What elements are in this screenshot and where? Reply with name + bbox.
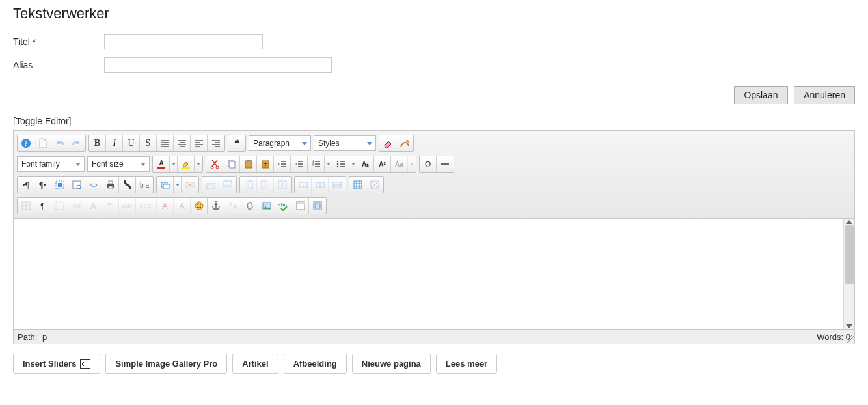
numbered-list-icon[interactable]: 123 xyxy=(308,156,325,172)
styles-select[interactable]: Styles xyxy=(314,135,376,151)
text-color-dropdown[interactable] xyxy=(170,156,178,172)
title-input[interactable] xyxy=(104,34,263,49)
spellcheck-icon[interactable]: abc xyxy=(275,198,292,214)
abbr-icon[interactable]: abbr xyxy=(119,198,136,214)
lees-meer-button[interactable]: Lees meer xyxy=(436,354,497,374)
resize-grip[interactable] xyxy=(846,335,854,343)
simple-image-gallery-button[interactable]: Simple Image Gallery Pro xyxy=(105,354,227,374)
table-col-before-icon[interactable] xyxy=(240,177,257,193)
text-color-icon[interactable]: A xyxy=(153,156,170,172)
outdent-icon[interactable] xyxy=(291,156,308,172)
split-cells-icon[interactable] xyxy=(312,177,329,193)
help-icon[interactable]: ? xyxy=(18,135,34,151)
superscript-icon[interactable]: A² xyxy=(374,156,391,172)
svg-rect-67 xyxy=(224,184,232,186)
align-justify-icon[interactable] xyxy=(157,135,174,151)
clear-format-icon[interactable] xyxy=(396,135,413,151)
delete-table-icon[interactable] xyxy=(366,177,383,193)
table-delete-col-icon[interactable] xyxy=(274,177,291,193)
artikel-button[interactable]: Artikel xyxy=(232,354,278,374)
strikethrough-icon[interactable]: S xyxy=(140,135,157,151)
afbeelding-button[interactable]: Afbeelding xyxy=(284,354,347,374)
nieuwe-pagina-button[interactable]: Nieuwe pagina xyxy=(352,354,431,374)
change-case-dropdown[interactable] xyxy=(408,156,416,172)
align-left-icon[interactable] xyxy=(191,135,208,151)
svg-rect-69 xyxy=(247,181,249,189)
text-color-a-icon[interactable]: A xyxy=(85,198,102,214)
alias-input[interactable] xyxy=(104,57,332,73)
numbered-list-dropdown[interactable] xyxy=(325,156,332,172)
bullet-list-dropdown[interactable] xyxy=(349,156,357,172)
status-path-value[interactable]: p xyxy=(42,332,47,342)
source-code-icon[interactable]: <> xyxy=(85,177,102,193)
split-cells-row-icon[interactable] xyxy=(329,177,346,193)
font-size-select[interactable]: Font size xyxy=(87,156,150,172)
indent-icon[interactable] xyxy=(274,156,291,172)
blockquote-icon[interactable]: ❝ xyxy=(228,135,245,151)
strike-a-icon[interactable]: A xyxy=(157,198,174,214)
fullscreen-icon[interactable] xyxy=(51,177,68,193)
show-blocks-icon[interactable] xyxy=(18,198,34,214)
link-icon[interactable] xyxy=(241,198,258,214)
guidelines-icon[interactable] xyxy=(51,198,68,214)
image-icon[interactable] xyxy=(258,198,275,214)
insert-layer-dropdown[interactable] xyxy=(174,177,182,193)
anchor-icon[interactable] xyxy=(208,198,224,214)
scroll-down-icon[interactable] xyxy=(846,324,852,328)
cut-icon[interactable] xyxy=(206,156,223,172)
text-effects-icon[interactable]: b a xyxy=(136,177,153,193)
scroll-thumb[interactable] xyxy=(845,225,854,284)
paste-text-icon[interactable]: T xyxy=(257,156,274,172)
eraser-icon[interactable] xyxy=(379,135,396,151)
copy-icon[interactable] xyxy=(223,156,240,172)
quotes-icon[interactable]: ❝❞ xyxy=(102,198,119,214)
scrollbar[interactable] xyxy=(843,219,854,329)
editor-content[interactable] xyxy=(14,219,843,329)
insert-sliders-button[interactable]: Insert Sliders xyxy=(13,354,100,374)
table-row-after-icon[interactable] xyxy=(219,177,236,193)
cancel-button[interactable]: Annuleren xyxy=(794,86,855,104)
horizontal-rule-icon[interactable] xyxy=(437,156,454,172)
insert-table-icon[interactable] xyxy=(349,177,366,193)
align-right-icon[interactable] xyxy=(208,135,224,151)
nbsp-icon[interactable] xyxy=(68,198,85,214)
svg-text:3: 3 xyxy=(312,164,314,168)
find-replace-icon[interactable] xyxy=(119,177,136,193)
change-case-icon[interactable]: Aa xyxy=(391,156,408,172)
special-char-icon[interactable]: Ω xyxy=(420,156,437,172)
highlight-color-icon[interactable] xyxy=(178,156,195,172)
format-select[interactable]: Paragraph xyxy=(249,135,311,151)
bold-icon[interactable]: B xyxy=(89,135,106,151)
paste-icon[interactable] xyxy=(240,156,257,172)
rtl-icon[interactable]: ¶• xyxy=(34,177,51,193)
new-document-icon[interactable] xyxy=(34,135,51,151)
underline-a-icon[interactable]: A xyxy=(174,198,191,214)
align-center-icon[interactable] xyxy=(174,135,191,151)
print-icon[interactable] xyxy=(102,177,119,193)
underline-icon[interactable]: U xyxy=(123,135,140,151)
highlight-color-dropdown[interactable] xyxy=(195,156,202,172)
italic-icon[interactable]: I xyxy=(106,135,123,151)
unlink-icon[interactable] xyxy=(224,198,241,214)
undo-icon[interactable] xyxy=(51,135,68,151)
merge-cells-icon[interactable] xyxy=(295,177,312,193)
scroll-up-icon[interactable] xyxy=(846,220,852,224)
ltr-icon[interactable]: •¶ xyxy=(18,177,34,193)
redo-icon[interactable] xyxy=(68,135,85,151)
emoticon-icon[interactable] xyxy=(191,198,208,214)
toggle-editor-link[interactable]: [Toggle Editor] xyxy=(13,116,72,126)
bullet-list-icon[interactable] xyxy=(332,156,349,172)
acronym-icon[interactable]: A.B.C. xyxy=(136,198,157,214)
table-row-before-icon[interactable] xyxy=(202,177,219,193)
preview-icon[interactable] xyxy=(68,177,85,193)
table-col-after-icon[interactable] xyxy=(257,177,274,193)
save-button[interactable]: Opslaan xyxy=(734,86,787,104)
iframe-icon[interactable] xyxy=(309,198,326,214)
svg-text:?: ? xyxy=(24,139,28,147)
insert-layer-icon[interactable] xyxy=(157,177,174,193)
subscript-icon[interactable]: A₂ xyxy=(357,156,374,172)
template-icon[interactable] xyxy=(292,198,309,214)
delete-layer-icon[interactable] xyxy=(182,177,198,193)
pilcrow-icon[interactable]: ¶ xyxy=(34,198,51,214)
font-family-select[interactable]: Font family xyxy=(17,156,85,172)
